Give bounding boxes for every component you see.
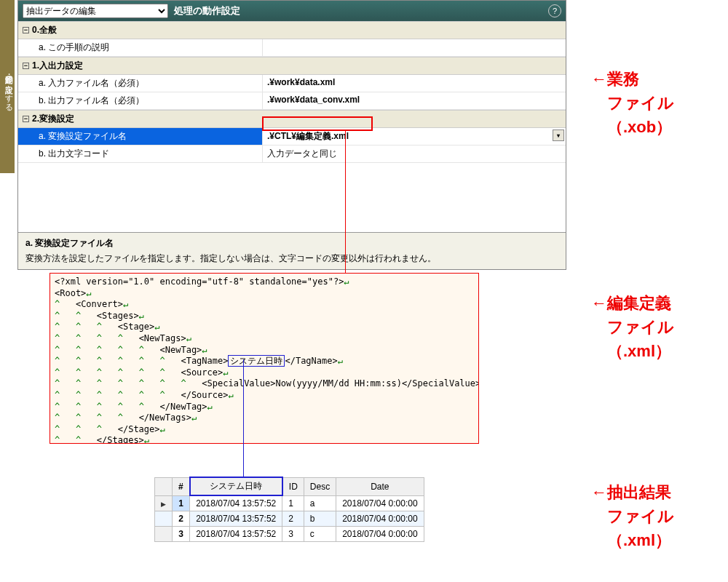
row-output-file[interactable]: b. 出力ファイル名（必須） .¥work¥data_conv.xml [18, 92, 566, 110]
group-general[interactable]: − 0.全般 [18, 21, 566, 39]
table-row[interactable]: 3 2018/07/04 13:57:52 3 c 2018/07/04 0:0… [155, 527, 424, 542]
connector-line [345, 131, 346, 273]
col-system-datetime[interactable]: システム日時 [190, 477, 282, 495]
row-input-file[interactable]: a. 入力ファイル名（必須） .¥work¥data.xml [18, 75, 566, 92]
annotation-business-file: ←業務 ファイル （.xob） [591, 67, 674, 139]
connector-line-blue [243, 359, 244, 481]
dropdown-arrow-icon[interactable]: ▾ [553, 129, 564, 141]
collapse-icon[interactable]: − [23, 27, 29, 33]
row-step-desc[interactable]: a. この手順の説明 [18, 39, 566, 57]
collapse-icon[interactable]: − [23, 116, 29, 122]
sidebar-tab[interactable]: 起動・終了の設定をする [0, 0, 15, 173]
col-desc[interactable]: Desc [304, 477, 336, 495]
annotation-definition-file: ←編集定義 ファイル （.xml） [591, 291, 674, 363]
row-convert-settings-file[interactable]: a. 変換設定ファイル名 .¥CTL¥編集定義.xml ▾ [18, 128, 566, 146]
description-body: 変換方法を設定したファイルを指定します。指定しない場合は、文字コードの変更以外は… [25, 252, 558, 265]
collapse-icon[interactable]: − [23, 63, 29, 69]
table-row[interactable]: 2 2018/07/04 13:57:52 2 b 2018/07/04 0:0… [155, 511, 424, 527]
table-row[interactable]: 1 2018/07/04 13:57:52 1 a 2018/07/04 0:0… [155, 495, 424, 511]
annotation-result-file: ←抽出結果 ファイル （.xml） [591, 480, 674, 552]
help-icon[interactable]: ? [548, 4, 561, 17]
description-box: a. 変換設定ファイル名 変換方法を設定したファイルを指定します。指定しない場合… [18, 232, 566, 269]
group-convert[interactable]: − 2.変換設定 [18, 110, 566, 128]
settings-panel: 抽出データの編集 処理の動作設定 ? − 0.全般 a. この手順の説明 − 1… [17, 0, 566, 270]
row-header-blank [155, 477, 173, 495]
col-date[interactable]: Date [336, 477, 424, 495]
sidebar-label: 起動・終了の設定をする [0, 70, 15, 108]
description-title: a. 変換設定ファイル名 [25, 237, 558, 250]
col-hash[interactable]: # [173, 477, 190, 495]
xml-tagname-value: システム日時 [228, 355, 285, 367]
col-id[interactable]: ID [282, 477, 304, 495]
grid-empty [18, 163, 566, 232]
row-output-encoding[interactable]: b. 出力文字コード 入力データと同じ [18, 146, 566, 163]
panel-title: 処理の動作設定 [174, 4, 240, 17]
titlebar: 抽出データの編集 処理の動作設定 ? [18, 1, 566, 21]
group-io[interactable]: − 1.入出力設定 [18, 57, 566, 75]
xml-definition-box: <?xml version="1.0" encoding="utf-8" sta… [50, 273, 479, 444]
process-select[interactable]: 抽出データの編集 [23, 4, 168, 18]
result-table: # システム日時 ID Desc Date 1 2018/07/04 13:57… [154, 477, 424, 542]
property-grid: − 0.全般 a. この手順の説明 − 1.入出力設定 a. 入力ファイル名（必… [18, 21, 566, 232]
